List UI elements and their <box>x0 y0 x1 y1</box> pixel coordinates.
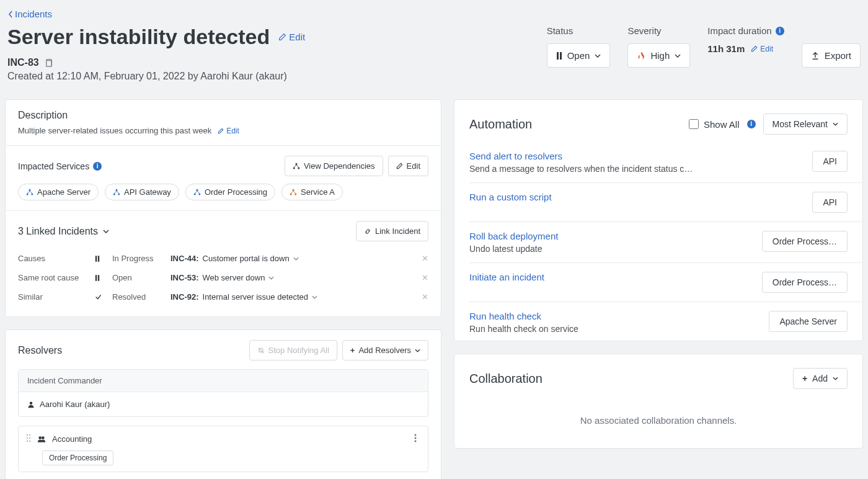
status-icon <box>95 275 110 281</box>
pencil-icon <box>278 33 286 41</box>
automation-name-link[interactable]: Run health check <box>469 311 761 321</box>
stop-notifying-button[interactable]: Stop Notifying All <box>249 340 337 360</box>
svg-point-17 <box>294 193 296 195</box>
resolvers-title: Resolvers <box>18 345 62 356</box>
status-label: Status <box>547 25 611 36</box>
export-icon <box>811 51 820 60</box>
svg-point-30 <box>42 436 45 439</box>
impact-value: 11h 31m <box>707 43 745 54</box>
service-chip[interactable]: Order Processing <box>185 184 275 200</box>
status-icon <box>95 293 110 300</box>
pencil-icon <box>751 45 758 52</box>
description-card: Description Multiple server-related issu… <box>5 99 441 317</box>
group-tag[interactable]: Order Processing <box>42 450 113 465</box>
automation-name-link[interactable]: Initiate an incident <box>469 272 755 282</box>
svg-point-32 <box>415 437 417 439</box>
automation-name-link[interactable]: Send alert to resolvers <box>469 151 805 161</box>
svg-point-13 <box>194 193 196 195</box>
link-incident-button[interactable]: Link Incident <box>356 221 428 241</box>
drag-handle[interactable] <box>26 434 31 444</box>
linked-incident-row: SimilarResolvedINC-92: Internal server i… <box>18 287 428 307</box>
automation-sort-select[interactable]: Most Relevant <box>763 114 848 135</box>
caret-down-icon <box>675 54 681 58</box>
incident-id: INC-83 <box>7 57 39 68</box>
bell-off-icon <box>257 347 265 354</box>
description-edit-link[interactable]: Edit <box>218 127 239 135</box>
automation-name-link[interactable]: Run a custom script <box>469 192 805 202</box>
automation-tag[interactable]: Order Process… <box>762 272 848 293</box>
edit-label: Edit <box>289 32 305 42</box>
collaboration-add-button[interactable]: + Add <box>793 368 848 389</box>
view-dependencies-button[interactable]: View Dependencies <box>285 156 383 176</box>
group-icon <box>37 436 46 443</box>
impact-edit-link[interactable]: Edit <box>751 45 773 53</box>
automation-desc: Undo latest update <box>469 244 730 254</box>
status-value: Open <box>567 50 590 61</box>
svg-rect-1 <box>557 52 559 60</box>
add-resolvers-button[interactable]: + Add Resolvers <box>342 340 428 360</box>
automation-item: Send alert to resolversSend a message to… <box>469 142 862 183</box>
unlink-button[interactable]: ✕ <box>416 292 428 302</box>
relation-label: Similar <box>18 292 92 302</box>
automation-tag[interactable]: API <box>812 192 848 213</box>
info-icon[interactable]: i <box>747 120 756 128</box>
relation-label: Same root cause <box>18 273 92 282</box>
automation-item: Initiate an incidentOrder Process… <box>469 263 862 302</box>
automation-name-link[interactable]: Roll back deployment <box>469 231 755 241</box>
svg-rect-0 <box>46 61 51 66</box>
tree-icon <box>113 189 120 196</box>
linked-incidents-toggle[interactable]: 3 Linked Incidents <box>18 226 109 237</box>
service-chip[interactable]: API Gateway <box>105 184 179 200</box>
svg-point-8 <box>31 193 33 195</box>
linked-incident-link[interactable]: INC-53: Web server down <box>170 273 414 282</box>
svg-rect-20 <box>95 275 97 281</box>
automation-tag[interactable]: Apache Server <box>769 311 848 332</box>
impacted-title: Impacted Services <box>18 161 89 171</box>
chevron-down-icon <box>312 295 317 299</box>
status-select[interactable]: Open <box>547 43 611 68</box>
show-all-checkbox[interactable]: Show All <box>689 119 740 130</box>
svg-point-12 <box>196 189 198 191</box>
export-button[interactable]: Export <box>802 43 861 68</box>
automation-desc: Run health check on service <box>469 324 730 334</box>
linked-incident-link[interactable]: INC-44: Customer portal is down <box>170 254 414 263</box>
svg-point-4 <box>293 167 295 169</box>
copy-icon[interactable] <box>44 58 53 68</box>
linked-incident-row: CausesIn ProgressINC-44: Customer portal… <box>18 249 428 268</box>
collaboration-card: Collaboration + Add No associated collab… <box>454 354 863 449</box>
breadcrumb-incidents[interactable]: Incidents <box>5 5 55 25</box>
svg-rect-18 <box>95 256 97 262</box>
title-edit-link[interactable]: Edit <box>278 32 305 42</box>
svg-rect-2 <box>560 52 562 60</box>
incident-commander-box: Incident Commander Aarohi Kaur (akaur) <box>18 369 428 417</box>
link-icon <box>364 228 371 235</box>
service-chip[interactable]: Service A <box>281 184 343 200</box>
automation-item: Run a custom scriptAPI <box>469 183 862 222</box>
severity-label: Severity <box>627 25 690 36</box>
relation-label: Causes <box>18 254 92 263</box>
caret-down-icon <box>833 377 838 380</box>
linked-incident-link[interactable]: INC-92: Internal server issue detected <box>170 292 414 302</box>
info-icon[interactable]: i <box>776 27 784 35</box>
info-icon[interactable]: i <box>93 162 102 171</box>
group-menu-button[interactable] <box>410 432 420 445</box>
status-label: Open <box>112 273 168 282</box>
impacted-edit-button[interactable]: Edit <box>388 156 428 176</box>
automation-tag[interactable]: API <box>812 151 848 172</box>
svg-point-24 <box>29 434 30 436</box>
svg-point-31 <box>415 434 417 436</box>
unlink-button[interactable]: ✕ <box>416 254 428 263</box>
user-icon <box>27 401 35 408</box>
svg-point-9 <box>116 189 118 191</box>
svg-point-14 <box>198 193 200 195</box>
automation-tag[interactable]: Order Process… <box>762 231 848 252</box>
severity-value: High <box>650 50 670 61</box>
svg-point-3 <box>295 163 297 165</box>
svg-point-7 <box>27 193 29 195</box>
severity-select[interactable]: High <box>627 43 690 68</box>
unlink-button[interactable]: ✕ <box>416 273 428 282</box>
service-chip[interactable]: Apache Server <box>18 184 99 200</box>
commander-name: Aarohi Kaur (akaur) <box>40 400 110 409</box>
svg-point-26 <box>29 437 30 439</box>
pencil-icon <box>218 128 224 134</box>
